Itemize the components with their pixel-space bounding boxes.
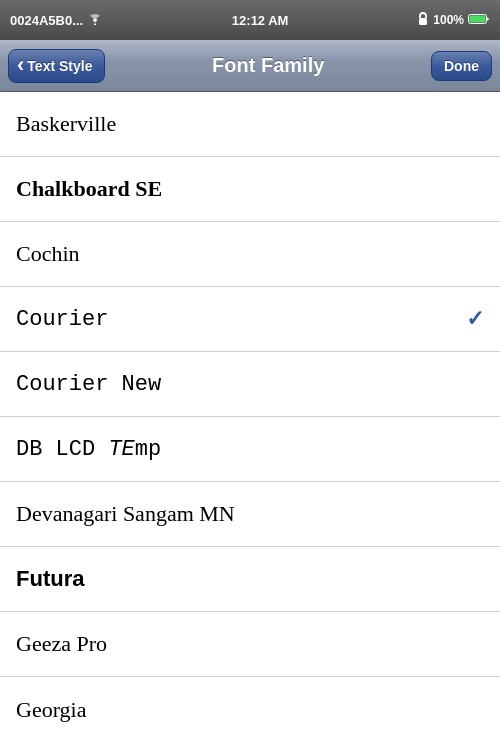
font-list-item[interactable]: Futura xyxy=(0,547,500,612)
font-list-item[interactable]: Courier✓ xyxy=(0,287,500,352)
status-bar: 0024A5B0... 12:12 AM 100% xyxy=(0,0,500,40)
font-name: Chalkboard SE xyxy=(16,176,162,202)
wifi-icon xyxy=(87,13,103,28)
font-name: Geeza Pro xyxy=(16,631,107,657)
font-name: Courier New xyxy=(16,372,161,397)
font-list-item[interactable]: Geeza Pro xyxy=(0,612,500,677)
font-list-item[interactable]: Courier New xyxy=(0,352,500,417)
font-name: Cochin xyxy=(16,241,80,267)
carrier-text: 0024A5B0... xyxy=(10,13,83,28)
nav-title: Font Family xyxy=(212,54,324,77)
done-button[interactable]: Done xyxy=(431,51,492,81)
battery-text: 100% xyxy=(433,13,464,27)
font-name: Devanagari Sangam MN xyxy=(16,501,235,527)
font-list-item[interactable]: Baskerville xyxy=(0,92,500,157)
back-button[interactable]: Text Style xyxy=(8,49,105,83)
nav-bar: Text Style Font Family Done xyxy=(0,40,500,92)
font-list-item[interactable]: Georgia xyxy=(0,677,500,742)
font-list-item[interactable]: Devanagari Sangam MN xyxy=(0,482,500,547)
font-list-item[interactable]: Chalkboard SE xyxy=(0,157,500,222)
status-time: 12:12 AM xyxy=(232,13,289,28)
font-name: DB LCD TEmp xyxy=(16,437,161,462)
svg-rect-1 xyxy=(419,18,427,25)
svg-rect-3 xyxy=(470,15,486,22)
font-list: BaskervilleChalkboard SECochinCourier✓Co… xyxy=(0,92,500,750)
selected-checkmark: ✓ xyxy=(466,306,484,332)
font-list-item[interactable]: DB LCD TEmp xyxy=(0,417,500,482)
battery-icon xyxy=(468,13,490,28)
svg-point-0 xyxy=(94,23,96,25)
font-name: Courier xyxy=(16,307,108,332)
font-name: Baskerville xyxy=(16,111,116,137)
font-name: Georgia xyxy=(16,697,86,723)
status-right: 100% xyxy=(417,12,490,29)
lock-icon xyxy=(417,12,429,29)
font-name: Futura xyxy=(16,566,84,592)
font-list-item[interactable]: Cochin xyxy=(0,222,500,287)
status-left: 0024A5B0... xyxy=(10,13,103,28)
